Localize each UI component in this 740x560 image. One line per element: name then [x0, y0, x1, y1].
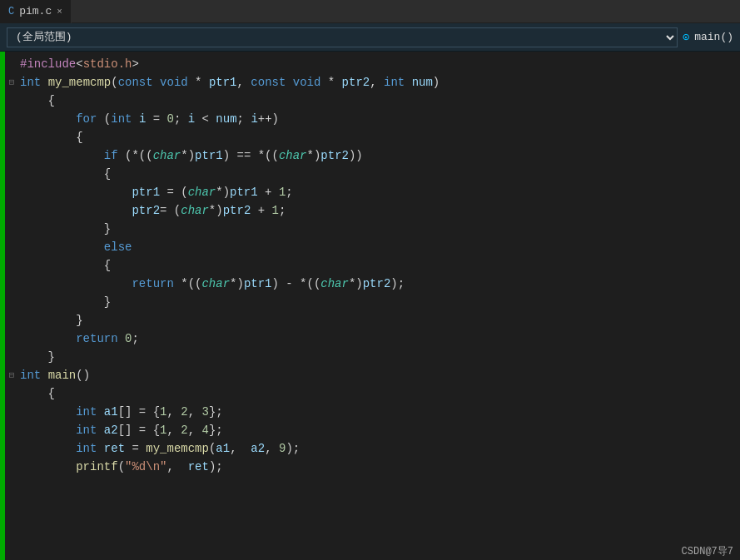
collapse-btn-5 [5, 128, 18, 146]
line-1-content: #include<stdio.h> [18, 55, 740, 73]
collapse-btn-11 [5, 238, 18, 256]
code-line-12: { [5, 256, 740, 275]
code-line-18: ⊟ int main() [5, 366, 740, 384]
tab-filename: pim.c [19, 5, 52, 17]
line-5-content: { [18, 128, 740, 146]
line-20-content: int a1[] = {1, 2, 3}; [18, 403, 740, 421]
collapse-btn-20 [5, 403, 18, 421]
collapse-btn-10 [5, 220, 18, 238]
code-line-16: return 0; [5, 330, 740, 348]
line-12-content: { [18, 256, 740, 275]
line-8-content: ptr1 = (char*)ptr1 + 1; [18, 183, 740, 201]
collapse-btn-12 [5, 256, 18, 275]
line-17-content: } [18, 348, 740, 366]
code-line-23: printf("%d\n", ret); [5, 458, 740, 476]
collapse-btn-19 [5, 384, 18, 403]
code-area[interactable]: #include<stdio.h> ⊟ int my_memcmp(const … [5, 52, 740, 560]
collapse-btn-8 [5, 183, 18, 201]
code-line-21: int a2[] = {1, 2, 4}; [5, 421, 740, 439]
line-10-content: } [18, 220, 740, 238]
code-line-9: ptr2= (char*)ptr2 + 1; [5, 201, 740, 220]
collapse-btn-16 [5, 330, 18, 348]
code-line-19: { [5, 384, 740, 403]
line-2-content: int my_memcmp(const void * ptr1, const v… [18, 73, 740, 92]
code-line-10: } [5, 220, 740, 238]
line-11-content: else [18, 238, 740, 256]
collapse-btn-7 [5, 165, 18, 183]
scope-dropdown[interactable]: (全局范围) [7, 27, 678, 47]
line-7-content: { [18, 165, 740, 183]
line-18-content: int main() [18, 366, 740, 384]
code-line-11: else [5, 238, 740, 256]
tab-pim-c[interactable]: C pim.c × [0, 0, 72, 23]
collapse-btn-17 [5, 348, 18, 366]
collapse-btn-2[interactable]: ⊟ [5, 73, 18, 92]
collapse-btn-1 [5, 55, 18, 73]
line-21-content: int a2[] = {1, 2, 4}; [18, 421, 740, 439]
collapse-btn-9 [5, 201, 18, 220]
collapse-btn-4 [5, 110, 18, 128]
code-line-15: } [5, 311, 740, 330]
line-22-content: int ret = my_memcmp(a1, a2, 9); [18, 439, 740, 458]
code-line-13: return *((char*)ptr1) - *((char*)ptr2); [5, 275, 740, 293]
line-9-content: ptr2= (char*)ptr2 + 1; [18, 201, 740, 220]
tab-icon: C [8, 6, 14, 17]
line-6-content: if (*((char*)ptr1) == *((char*)ptr2)) [18, 146, 740, 165]
code-line-2: ⊟ int my_memcmp(const void * ptr1, const… [5, 73, 740, 92]
code-line-4: for (int i = 0; i < num; i++) [5, 110, 740, 128]
line-19-content: { [18, 384, 740, 403]
code-line-5: { [5, 128, 740, 146]
code-line-14: } [5, 293, 740, 311]
collapse-btn-15 [5, 311, 18, 330]
code-line-20: int a1[] = {1, 2, 3}; [5, 403, 740, 421]
nav-label: main() [694, 31, 733, 43]
line-13-content: return *((char*)ptr1) - *((char*)ptr2); [18, 275, 740, 293]
line-14-content: } [18, 293, 740, 311]
collapse-btn-18[interactable]: ⊟ [5, 366, 18, 384]
toolbar: (全局范围) ⊙ main() [0, 23, 740, 52]
code-line-3: { [5, 92, 740, 110]
collapse-btn-23 [5, 458, 18, 476]
code-line-22: int ret = my_memcmp(a1, a2, 9); [5, 439, 740, 458]
line-15-content: } [18, 311, 740, 330]
editor-container: #include<stdio.h> ⊟ int my_memcmp(const … [0, 52, 740, 560]
collapse-btn-3 [5, 92, 18, 110]
collapse-btn-22 [5, 439, 18, 458]
status-text: CSDN@7导7 [682, 546, 733, 558]
code-line-7: { [5, 165, 740, 183]
line-16-content: return 0; [18, 330, 740, 348]
code-line-17: } [5, 348, 740, 366]
nav-icon: ⊙ [683, 30, 689, 44]
tab-bar: C pim.c × [0, 0, 740, 23]
collapse-btn-21 [5, 421, 18, 439]
code-line-1: #include<stdio.h> [5, 55, 740, 73]
toolbar-right: ⊙ main() [683, 30, 733, 44]
collapse-btn-14 [5, 293, 18, 311]
line-4-content: for (int i = 0; i < num; i++) [18, 110, 740, 128]
code-line-6: if (*((char*)ptr1) == *((char*)ptr2)) [5, 146, 740, 165]
status-bar: CSDN@7导7 [675, 543, 740, 560]
collapse-btn-13 [5, 275, 18, 293]
code-line-8: ptr1 = (char*)ptr1 + 1; [5, 183, 740, 201]
line-23-content: printf("%d\n", ret); [18, 458, 740, 476]
line-3-content: { [18, 92, 740, 110]
collapse-btn-6 [5, 146, 18, 165]
close-icon[interactable]: × [57, 7, 62, 17]
